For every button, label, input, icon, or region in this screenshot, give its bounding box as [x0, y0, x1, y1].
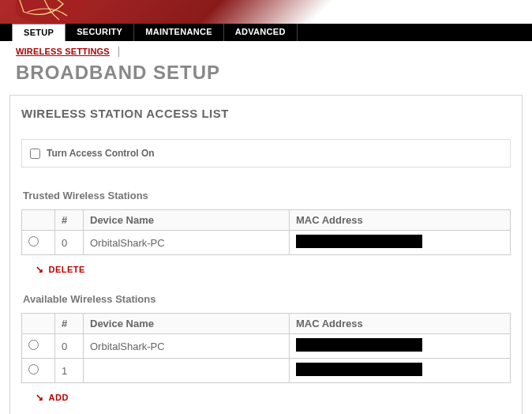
page-title: BROADBAND SETUP [0, 58, 532, 95]
redacted-mac [296, 338, 422, 352]
add-label: ADD [49, 393, 69, 402]
col-mac: MAC Address [290, 210, 511, 231]
available-table: # Device Name MAC Address 0 OrbitalShark… [21, 313, 511, 383]
table-header-row: # Device Name MAC Address [22, 210, 511, 231]
col-select [22, 314, 55, 334]
table-row: 0 OrbitalShark-PC [22, 334, 511, 359]
available-row-mac [290, 359, 511, 383]
table-header-row: # Device Name MAC Address [22, 314, 511, 334]
tab-setup[interactable]: SETUP [12, 24, 66, 41]
tab-maintenance[interactable]: MAINTENANCE [134, 24, 224, 41]
svg-point-0 [16, 0, 91, 24]
trusted-row-device: OrbitalShark-PC [84, 231, 290, 255]
access-control-row: Turn Access Control On [21, 139, 511, 167]
col-select [22, 210, 55, 231]
subnav-wireless-settings[interactable]: WIRELESS SETTINGS [16, 47, 110, 56]
col-mac: MAC Address [290, 314, 511, 334]
table-row: 0 OrbitalShark-PC [22, 231, 511, 255]
trusted-row-radio[interactable] [28, 236, 39, 247]
arrow-icon: ↘ [36, 393, 44, 402]
redacted-mac [296, 363, 422, 376]
tab-security[interactable]: SECURITY [66, 24, 134, 41]
main-tabs: SETUP SECURITY MAINTENANCE ADVANCED [0, 24, 532, 41]
available-row-device: OrbitalShark-PC [84, 334, 290, 359]
trusted-heading: Trusted Wireless Stations [23, 190, 511, 201]
trusted-row-num: 0 [55, 231, 84, 255]
available-row-radio[interactable] [28, 340, 39, 350]
main-panel: WIRELESS STATION ACCESS LIST Turn Access… [9, 95, 523, 414]
header-banner [0, 0, 532, 24]
delete-label: DELETE [49, 265, 85, 274]
trusted-row-mac [290, 231, 511, 255]
col-num: # [55, 210, 84, 231]
add-button[interactable]: ↘ ADD [21, 391, 511, 414]
access-control-checkbox[interactable] [30, 149, 40, 159]
col-device: Device Name [84, 210, 290, 231]
col-num: # [55, 314, 84, 334]
redacted-mac [296, 235, 422, 248]
available-row-mac [290, 334, 511, 359]
subnav: WIRELESS SETTINGS [0, 41, 532, 58]
col-device: Device Name [84, 314, 290, 334]
access-control-label: Turn Access Control On [47, 148, 155, 159]
available-row-num: 1 [55, 359, 84, 383]
tab-advanced[interactable]: ADVANCED [224, 24, 298, 41]
table-row: 1 [22, 359, 511, 383]
available-row-radio[interactable] [28, 364, 39, 374]
available-heading: Available Wireless Stations [23, 293, 511, 305]
available-row-num: 0 [55, 334, 84, 359]
subnav-divider [118, 47, 119, 57]
available-row-device [84, 359, 290, 383]
trusted-table: # Device Name MAC Address 0 OrbitalShark… [21, 209, 511, 255]
arrow-icon: ↘ [36, 265, 44, 274]
delete-button[interactable]: ↘ DELETE [21, 263, 511, 290]
section-title: WIRELESS STATION ACCESS LIST [21, 107, 511, 120]
